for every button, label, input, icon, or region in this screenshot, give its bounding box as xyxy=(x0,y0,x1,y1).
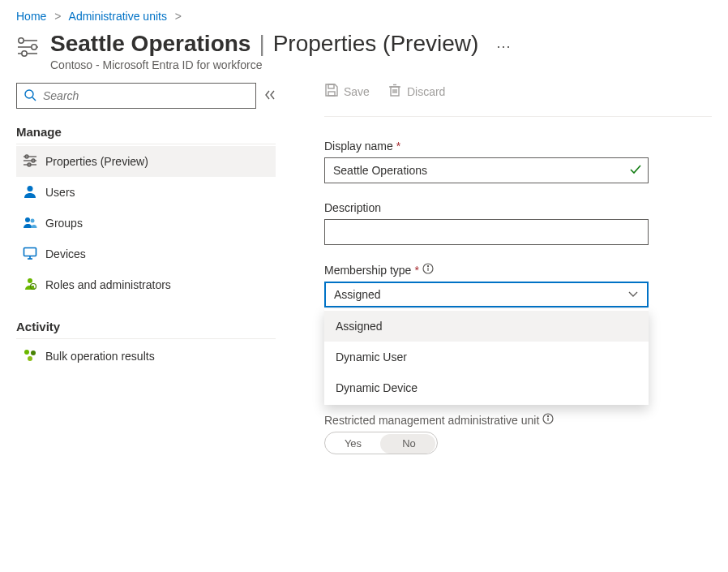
discard-label: Discard xyxy=(407,85,445,98)
svg-point-24 xyxy=(32,286,34,287)
membership-type-label: Membership type xyxy=(324,264,411,277)
discard-button[interactable]: Discard xyxy=(388,83,445,100)
nav-item-groups[interactable]: Groups xyxy=(16,208,276,239)
required-indicator: * xyxy=(414,264,418,277)
nav-item-label: Devices xyxy=(45,247,86,260)
nav-item-users[interactable]: Users xyxy=(16,177,276,208)
save-button[interactable]: Save xyxy=(324,83,370,100)
description-label: Description xyxy=(324,201,381,214)
restricted-label: Restricted management administrative uni… xyxy=(324,414,539,427)
search-icon xyxy=(24,88,41,104)
people-icon xyxy=(23,215,37,232)
chevron-down-icon xyxy=(627,288,639,302)
nav-section-manage: Manage xyxy=(16,120,276,144)
svg-point-26 xyxy=(31,351,36,355)
svg-point-27 xyxy=(28,356,32,361)
svg-point-16 xyxy=(28,186,33,191)
admin-icon xyxy=(23,277,37,294)
dropdown-option-dynamic-device[interactable]: Dynamic Device xyxy=(324,372,649,403)
membership-type-value: Assigned xyxy=(334,288,381,301)
svg-point-17 xyxy=(25,217,30,222)
collapse-sidebar-button[interactable] xyxy=(264,89,276,103)
nav-item-properties[interactable]: Properties (Preview) xyxy=(16,146,276,177)
chevron-right-icon: > xyxy=(54,10,61,23)
info-icon[interactable] xyxy=(422,263,434,277)
svg-point-5 xyxy=(22,51,27,56)
page-title-entity: Seattle Operations xyxy=(50,31,251,57)
chevron-right-icon: > xyxy=(175,10,182,23)
search-box[interactable] xyxy=(16,83,256,109)
nav-item-roles[interactable]: Roles and administrators xyxy=(16,269,276,300)
description-input[interactable] xyxy=(324,219,649,245)
nav-section-activity: Activity xyxy=(16,315,276,339)
toggle-option-no[interactable]: No xyxy=(381,437,437,449)
svg-line-9 xyxy=(32,97,36,101)
membership-type-select[interactable]: Assigned xyxy=(324,282,649,308)
membership-type-dropdown: Assigned Dynamic User Dynamic Device xyxy=(324,309,649,405)
admin-unit-icon xyxy=(16,31,39,61)
svg-rect-28 xyxy=(328,84,334,88)
nav-item-label: Roles and administrators xyxy=(45,278,171,291)
person-icon xyxy=(23,184,37,201)
sidebar: Manage Properties (Preview) Users xyxy=(16,83,276,454)
svg-rect-19 xyxy=(24,247,36,256)
check-icon xyxy=(629,163,642,178)
svg-rect-29 xyxy=(328,92,335,96)
restricted-toggle[interactable]: Yes No xyxy=(324,432,438,454)
page-subtitle: Contoso - Microsoft Entra ID for workfor… xyxy=(50,58,712,71)
command-bar: Save Discard xyxy=(324,83,712,117)
info-icon[interactable] xyxy=(542,413,554,427)
nav-item-devices[interactable]: Devices xyxy=(16,239,276,269)
svg-point-22 xyxy=(28,278,32,283)
svg-point-2 xyxy=(32,45,36,49)
page-title-blade: Properties (Preview) xyxy=(273,31,479,57)
nav-item-bulk-results[interactable]: Bulk operation results xyxy=(16,341,276,372)
svg-point-0 xyxy=(19,38,24,43)
breadcrumb-admin-units[interactable]: Administrative units xyxy=(69,10,167,23)
main-content: Save Discard Display name * xyxy=(276,83,712,454)
trash-icon xyxy=(388,83,402,100)
nav-item-label: Users xyxy=(45,186,75,199)
required-indicator: * xyxy=(396,140,400,153)
nav-item-label: Bulk operation results xyxy=(45,350,155,363)
page-header: Seattle Operations | Properties (Preview… xyxy=(16,31,712,71)
nav-item-label: Groups xyxy=(45,217,83,230)
more-actions-button[interactable]: ⋯ xyxy=(496,37,511,55)
svg-point-8 xyxy=(25,90,33,98)
svg-point-38 xyxy=(427,265,428,266)
molecule-icon xyxy=(23,348,37,365)
breadcrumb-home[interactable]: Home xyxy=(16,10,46,23)
save-label: Save xyxy=(344,85,370,98)
toggle-option-yes[interactable]: Yes xyxy=(325,437,381,449)
svg-point-18 xyxy=(31,218,35,222)
search-input[interactable] xyxy=(41,88,249,103)
dropdown-option-assigned[interactable]: Assigned xyxy=(324,311,649,342)
monitor-icon xyxy=(23,246,37,263)
save-icon xyxy=(324,83,339,100)
nav-item-label: Properties (Preview) xyxy=(45,155,148,168)
svg-point-25 xyxy=(24,350,29,355)
display-name-input[interactable] xyxy=(324,157,649,183)
dropdown-option-dynamic-user[interactable]: Dynamic User xyxy=(324,342,649,372)
breadcrumb: Home > Administrative units > xyxy=(16,10,712,23)
display-name-label: Display name xyxy=(324,140,393,153)
svg-point-41 xyxy=(548,415,549,416)
sliders-icon xyxy=(23,153,37,170)
